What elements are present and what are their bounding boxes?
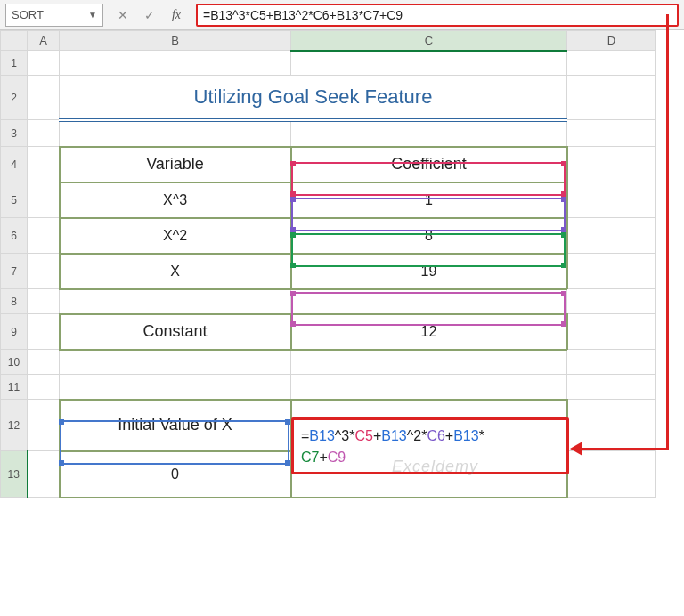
- cell-B13[interactable]: 0: [60, 451, 291, 498]
- cell-B5[interactable]: X^3: [60, 182, 291, 218]
- cell-C9[interactable]: 12: [291, 314, 567, 350]
- row-header-8[interactable]: 8: [1, 289, 28, 314]
- row-header-11[interactable]: 11: [1, 375, 28, 400]
- col-header-C[interactable]: C: [291, 31, 567, 51]
- row-header-5[interactable]: 5: [1, 182, 28, 218]
- row-header-3[interactable]: 3: [1, 120, 28, 147]
- header-variable[interactable]: Variable: [60, 147, 291, 182]
- row-header-7[interactable]: 7: [1, 254, 28, 289]
- formula-text: =B13^3*C5+B13^2*C6+B13*C7+C9: [203, 8, 403, 22]
- cell-edit-C13[interactable]: =B13^3*C5+B13^2*C6+B13* C7+C9: [291, 417, 569, 474]
- header-initx[interactable]: Initial Value of X: [60, 400, 291, 451]
- select-all-corner[interactable]: [1, 31, 28, 51]
- row-header-2[interactable]: 2: [1, 76, 28, 120]
- row-header-12[interactable]: 12: [1, 400, 28, 451]
- row-header-1[interactable]: 1: [1, 51, 28, 76]
- fx-icon[interactable]: fx: [169, 8, 183, 22]
- col-header-B[interactable]: B: [60, 31, 291, 51]
- name-box-dropdown-icon[interactable]: ▼: [88, 10, 97, 20]
- row-header-6[interactable]: 6: [1, 218, 28, 254]
- row-header-9[interactable]: 9: [1, 314, 28, 350]
- cell-B7[interactable]: X: [60, 254, 291, 289]
- formula-input[interactable]: =B13^3*C5+B13^2*C6+B13*C7+C9: [196, 4, 679, 27]
- header-constant[interactable]: Constant: [60, 314, 291, 350]
- formula-bar: SORT ▼ ✕ ✓ fx =B13^3*C5+B13^2*C6+B13*C7+…: [0, 0, 684, 30]
- cell-C7[interactable]: 19: [291, 254, 567, 289]
- title-cell[interactable]: Utilizing Goal Seek Feature: [60, 76, 567, 120]
- column-headers: A B C D: [1, 31, 656, 51]
- cell-C5[interactable]: 1: [291, 182, 567, 218]
- cell-C6[interactable]: 8: [291, 218, 567, 254]
- cancel-icon[interactable]: ✕: [116, 8, 130, 22]
- name-box[interactable]: SORT ▼: [5, 4, 103, 27]
- worksheet: A B C D 1 2 Utilizing Goal Seek Feature …: [0, 30, 684, 498]
- enter-icon[interactable]: ✓: [142, 8, 157, 22]
- row-header-13[interactable]: 13: [1, 451, 28, 498]
- formula-bar-icons: ✕ ✓ fx: [107, 8, 192, 22]
- col-header-D[interactable]: D: [567, 31, 656, 51]
- header-coefficient[interactable]: Coefficient: [291, 147, 567, 182]
- col-header-A[interactable]: A: [28, 31, 60, 51]
- annotation-line-v: [666, 14, 669, 450]
- row-header-4[interactable]: 4: [1, 147, 28, 182]
- row-header-10[interactable]: 10: [1, 350, 28, 375]
- name-box-value: SORT: [12, 8, 44, 21]
- cell-B6[interactable]: X^2: [60, 218, 291, 254]
